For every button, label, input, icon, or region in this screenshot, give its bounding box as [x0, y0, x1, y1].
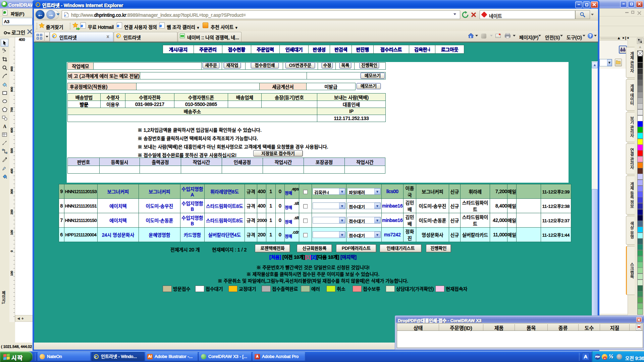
svg-text:e: e [53, 34, 55, 39]
svg-text:e: e [64, 13, 66, 17]
svg-text:e: e [117, 34, 119, 39]
svg-text:A: A [3, 124, 7, 129]
svg-text:e: e [36, 2, 38, 7]
svg-text:e: e [95, 354, 97, 359]
